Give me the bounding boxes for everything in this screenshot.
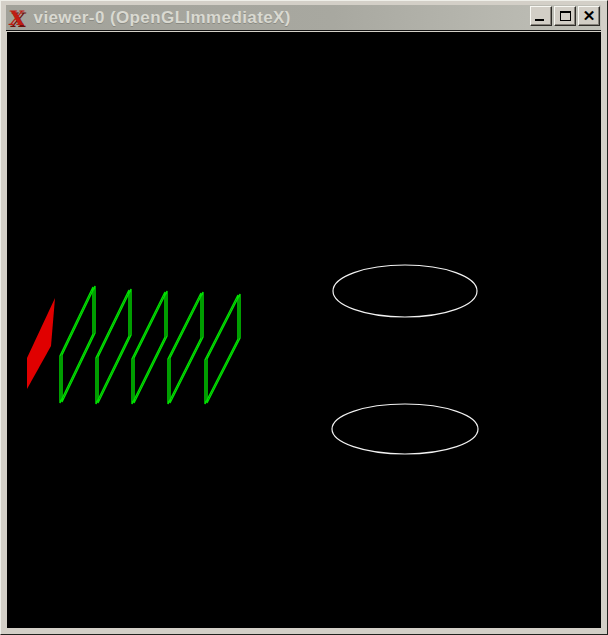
titlebar-buttons: ✕ <box>530 6 600 26</box>
green-wireframe-quad <box>98 289 131 403</box>
green-wireframe-quad <box>170 292 203 403</box>
white-ellipse-outline <box>333 265 477 317</box>
opengl-canvas[interactable] <box>7 32 601 628</box>
green-wireframe-quad <box>60 287 93 403</box>
minimize-icon <box>535 19 544 21</box>
green-wireframe-quad <box>134 291 167 403</box>
red-filled-quad <box>27 298 55 389</box>
window-title: viewer-0 (OpenGLImmediateX) <box>34 8 291 28</box>
x11-app-icon: X <box>8 8 26 28</box>
green-wireframe-quad <box>62 286 95 402</box>
green-wireframe-quad <box>207 294 240 403</box>
green-wireframe-quad <box>132 292 165 404</box>
white-ellipse-outline <box>332 404 478 454</box>
maximize-icon <box>560 11 571 21</box>
minimize-button[interactable] <box>530 6 552 26</box>
green-wireframe-quad <box>205 295 238 404</box>
app-window: X viewer-0 (OpenGLImmediateX) ✕ <box>0 0 608 635</box>
maximize-button[interactable] <box>554 6 576 26</box>
opengl-scene <box>7 32 601 628</box>
close-icon: ✕ <box>579 7 599 24</box>
close-button[interactable]: ✕ <box>578 6 600 26</box>
green-wireframe-quad <box>168 293 201 404</box>
titlebar[interactable]: X viewer-0 (OpenGLImmediateX) ✕ <box>6 5 601 31</box>
green-wireframe-quad <box>96 290 129 404</box>
